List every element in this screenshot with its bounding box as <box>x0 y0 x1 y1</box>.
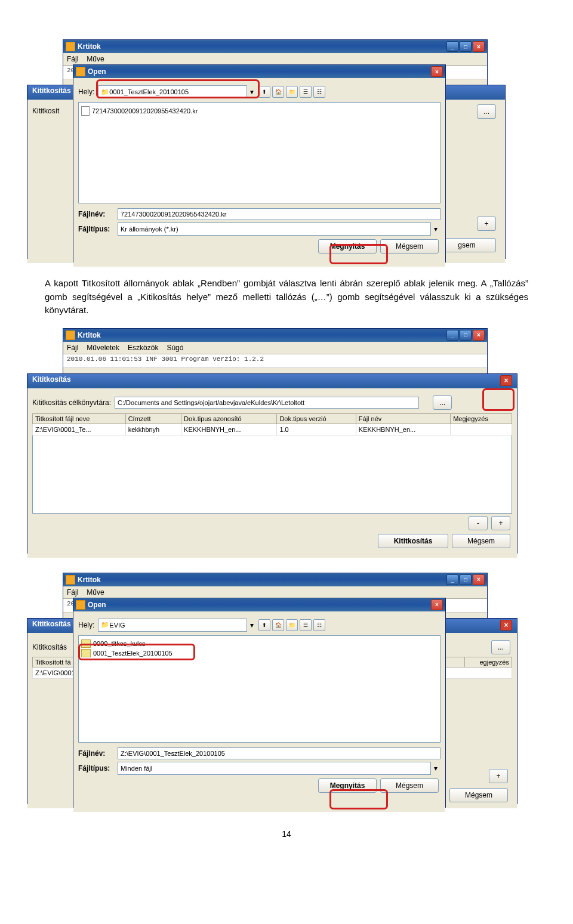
close-button[interactable]: × <box>431 599 443 610</box>
open-titlebar: Open × <box>73 65 445 78</box>
file-list[interactable]: 721473000200912020955432420.kr <box>78 102 440 203</box>
plus-button[interactable]: + <box>477 217 496 231</box>
browse-button[interactable]: ... <box>477 104 496 119</box>
dir-label: Kititkosítás célkönyvtára: <box>32 398 111 407</box>
filetype-select[interactable]: Kr állományok (*.kr) <box>118 222 431 236</box>
close-button[interactable]: × <box>431 66 443 77</box>
menu-bar[interactable]: Fájl Műveletek Eszközök Súgó <box>63 342 487 354</box>
decrypt-button[interactable]: Kititkosítás <box>378 534 448 548</box>
cancel-button[interactable]: Mégsem <box>380 239 439 254</box>
screenshot-3: Krtitok _ □ × Fájl Műve 2010.01.0 Kititk… <box>27 573 516 811</box>
java-icon <box>66 330 75 340</box>
list-icon[interactable]: ☰ <box>300 619 312 631</box>
java-icon <box>76 67 85 76</box>
filename-label: Fájlnév: <box>78 749 114 758</box>
menu-tools[interactable]: Eszközök <box>128 344 158 352</box>
open-dialog: Open × Hely: 📁 0001_TesztElek_20100105 ▾… <box>73 64 446 262</box>
newfolder-icon[interactable]: 📁 <box>286 86 298 98</box>
file-icon <box>81 106 90 116</box>
plus-button[interactable]: + <box>491 516 510 530</box>
filetype-select[interactable]: Minden fájl <box>118 762 431 775</box>
highlight-open <box>329 789 388 809</box>
filetype-label: Fájltípus: <box>78 225 114 233</box>
th-1[interactable]: Titkosított fájl neve <box>33 413 126 424</box>
kitit-dialog: Kititkosítás × Kititkosítás célkönyvtára… <box>27 373 517 554</box>
browse-button[interactable]: ... <box>491 640 510 654</box>
java-icon <box>66 42 75 51</box>
java-icon <box>76 600 85 610</box>
file-item[interactable]: 721473000200912020955432420.kr <box>81 106 438 116</box>
menu-file[interactable]: Fájl <box>67 588 78 597</box>
up-icon[interactable]: ⬆ <box>258 86 270 98</box>
location-select[interactable]: 📁 EVIG <box>98 619 247 632</box>
home-icon[interactable]: 🏠 <box>272 619 284 631</box>
maximize-button[interactable]: □ <box>460 330 472 341</box>
menu-ops[interactable]: Műveletek <box>87 344 119 352</box>
page-number: 14 <box>45 829 528 839</box>
list-icon[interactable]: ☰ <box>300 86 312 98</box>
filename-input[interactable] <box>118 208 440 220</box>
highlight-open <box>329 244 388 264</box>
home-icon[interactable]: 🏠 <box>272 86 284 98</box>
highlight-location <box>96 79 260 98</box>
dir-input[interactable] <box>115 397 419 409</box>
filename-label: Fájlnév: <box>78 210 114 218</box>
label: Kititkosít <box>32 107 59 115</box>
up-icon[interactable]: ⬆ <box>258 619 270 631</box>
highlight-browse <box>482 388 515 411</box>
close-button[interactable]: × <box>500 375 512 386</box>
plus-button[interactable]: + <box>489 769 508 783</box>
close-button[interactable]: × <box>473 330 485 341</box>
menu-bar[interactable]: Fájl Műve <box>63 586 487 599</box>
newfolder-icon[interactable]: 📁 <box>286 619 298 631</box>
menu-bar[interactable]: Fájl Műve <box>63 53 487 66</box>
details-icon[interactable]: ☷ <box>313 86 325 98</box>
title: Krtitok <box>78 331 101 339</box>
menu-help[interactable]: Súgó <box>167 344 183 352</box>
cancel-button[interactable]: Mégsem <box>380 778 439 793</box>
cancel-back[interactable]: gsem <box>438 238 496 252</box>
cancel-button[interactable]: Mégsem <box>452 534 510 548</box>
minimize-button[interactable]: _ <box>446 330 458 341</box>
th-3[interactable]: Dok.tipus azonosító <box>181 413 277 424</box>
close-button[interactable]: × <box>473 574 485 585</box>
th[interactable]: egjegyzés <box>465 657 512 667</box>
titlebar: Krtitok _ □ × <box>63 573 487 586</box>
menu-file[interactable]: Fájl <box>67 344 78 352</box>
title: Krtitok <box>78 576 101 584</box>
menu-ops[interactable]: Műve <box>87 588 104 597</box>
details-icon[interactable]: ☷ <box>313 619 325 631</box>
table-row[interactable]: Z:\EVIG\0001_Te...kekkhbnyhKEKKHBNYH_en.… <box>33 424 512 435</box>
label: Kititkosítás <box>32 643 67 651</box>
menu-file[interactable]: Fájl <box>67 55 78 63</box>
browse-button[interactable]: ... <box>433 395 452 410</box>
kitit-title: Kititkosítás × <box>27 374 517 388</box>
filename-input[interactable] <box>118 747 440 759</box>
maximize-button[interactable]: □ <box>460 41 472 52</box>
highlight-folder <box>78 644 195 660</box>
files-table[interactable]: Titkosított fájl neve Címzett Dok.tipus … <box>32 413 512 435</box>
maximize-button[interactable]: □ <box>460 574 472 585</box>
th-4[interactable]: Dok.tipus verzió <box>277 413 356 424</box>
open-titlebar: Open × <box>73 598 445 611</box>
th-5[interactable]: Fájl név <box>356 413 450 424</box>
close-button[interactable]: × <box>473 41 485 52</box>
th-2[interactable]: Címzett <box>125 413 181 424</box>
cancel-back[interactable]: Mégsem <box>449 788 508 802</box>
open-title: Open <box>88 67 106 76</box>
titlebar: Krtitok _ □ × <box>63 329 487 342</box>
location-label: Hely: <box>78 621 94 629</box>
screenshot-2: Krtitok _ □ × Fájl Műveletek Eszközök Sú… <box>27 328 516 555</box>
minimize-button[interactable]: _ <box>446 41 458 52</box>
screenshot-1: Krtitok _ □ × Fájl Műve 2010.01.0 Kititk… <box>27 39 516 266</box>
th-6[interactable]: Megjegyzés <box>451 413 512 424</box>
minus-button[interactable]: - <box>469 516 488 530</box>
status-line: 2010.01.06 11:01:53 INF 3001 Program ver… <box>63 354 487 368</box>
close-button[interactable]: × <box>500 620 512 631</box>
titlebar: Krtitok _ □ × <box>63 40 487 53</box>
location-label: Hely: <box>78 88 94 96</box>
menu-ops[interactable]: Műve <box>87 55 104 63</box>
title: Krtitok <box>78 42 101 51</box>
paragraph-1: A kapott Titkosított állományok ablak „R… <box>45 277 528 317</box>
minimize-button[interactable]: _ <box>446 574 458 585</box>
